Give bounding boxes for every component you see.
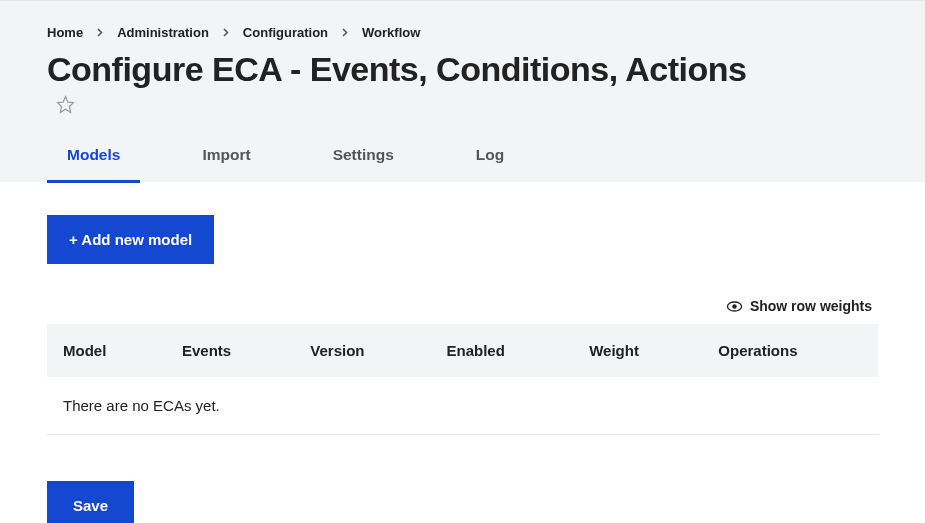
add-model-button[interactable]: + Add new model [47,215,214,264]
page-title: Configure ECA - Events, Conditions, Acti… [0,40,925,89]
table-empty-row: There are no ECAs yet. [47,377,878,435]
star-icon[interactable] [56,100,75,117]
breadcrumb: Home Administration Configuration Workfl… [0,1,925,40]
breadcrumb-administration[interactable]: Administration [117,25,209,40]
breadcrumb-configuration[interactable]: Configuration [243,25,328,40]
col-header-events: Events [166,324,294,377]
chevron-right-icon [342,27,348,39]
col-header-weight: Weight [573,324,702,377]
tabs: Models Import Settings Log [0,118,925,182]
save-button[interactable]: Save [47,481,134,523]
col-header-operations: Operations [702,324,878,377]
show-row-weights-toggle[interactable]: Show row weights [47,298,878,314]
show-row-weights-label: Show row weights [750,298,872,314]
chevron-right-icon [97,27,103,39]
tab-settings[interactable]: Settings [313,146,414,183]
models-table: Model Events Version Enabled Weight Oper… [47,324,878,435]
breadcrumb-home[interactable]: Home [47,25,83,40]
empty-message: There are no ECAs yet. [47,377,878,435]
col-header-model: Model [47,324,166,377]
breadcrumb-workflow[interactable]: Workflow [362,25,420,40]
col-header-version: Version [294,324,430,377]
chevron-right-icon [223,27,229,39]
tab-models[interactable]: Models [47,146,140,183]
col-header-enabled: Enabled [430,324,573,377]
tab-import[interactable]: Import [182,146,270,183]
tab-log[interactable]: Log [456,146,524,183]
eye-icon [727,301,742,312]
svg-point-2 [732,304,736,308]
svg-marker-0 [58,97,74,113]
